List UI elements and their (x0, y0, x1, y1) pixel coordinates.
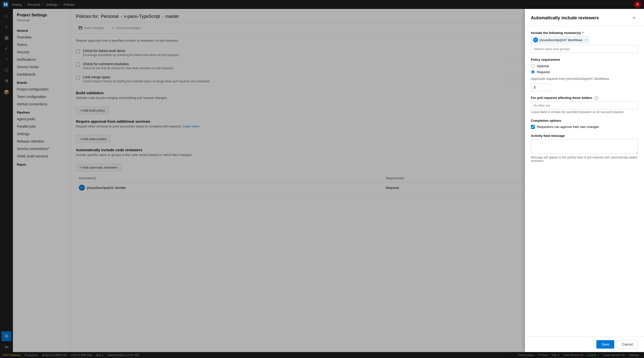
required-label: Required (537, 70, 550, 74)
reviewer-tag-remove[interactable]: × (585, 38, 587, 42)
completion-options-group: Completion options Requestors can approv… (531, 119, 638, 129)
folder-info-icon[interactable]: i (594, 96, 598, 100)
reviewer-tag: VC [AzureDevOps]\VC Workflows × (531, 36, 589, 44)
search-container (531, 45, 638, 53)
policy-requirement-group: Policy requirement Optional Required App… (531, 58, 638, 91)
optional-radio[interactable] (531, 64, 535, 68)
activity-feed-textarea[interactable] (531, 139, 638, 154)
approvals-input[interactable] (531, 83, 551, 91)
folder-label: For pull requests affecting these folder… (531, 96, 638, 100)
modal-header: Automatically include reviewers × (525, 9, 644, 26)
modal-footer: Save Cancel (525, 337, 644, 352)
reviewer-tag-text: [AzureDevOps]\VC Workflows (540, 38, 582, 42)
approvals-label: Approvals required from [AzureDevOps]\VC… (531, 77, 638, 81)
activity-feed-label: Activity feed message (531, 134, 638, 138)
cancel-button[interactable]: Cancel (617, 340, 638, 349)
modal-title: Automatically include reviewers (531, 15, 599, 20)
required-radio[interactable] (531, 70, 535, 74)
completion-options-label: Completion options (531, 119, 638, 122)
modal-body: Include the following reviewer(s) * VC [… (525, 26, 644, 337)
required-marker: * (582, 31, 584, 35)
radio-group: Optional Required (531, 64, 638, 74)
modal: Automatically include reviewers × Includ… (525, 9, 644, 352)
requestors-label: Requestors can approve their own changes (537, 125, 599, 129)
activity-feed-group: Activity feed message Message will appea… (531, 134, 638, 163)
activity-hint: Message will appear in the activity feed… (531, 156, 638, 163)
reviewer-label-text: Include the following reviewer(s) * (531, 31, 638, 35)
policy-requirement-label: Policy requirement (531, 58, 638, 61)
save-button[interactable]: Save (596, 340, 614, 349)
folder-group: For pull requests affecting these folder… (531, 96, 638, 114)
optional-label: Optional (537, 64, 549, 68)
modal-close-button[interactable]: × (630, 14, 638, 22)
approvals-container: Approvals required from [AzureDevOps]\VC… (531, 77, 638, 91)
reviewer-group: Include the following reviewer(s) * VC [… (531, 31, 638, 53)
radio-required[interactable]: Required (531, 70, 638, 74)
reviewer-tag-icon: VC (533, 37, 538, 42)
requestors-checkbox-item[interactable]: Requestors can approve their own changes (531, 125, 638, 129)
folder-hint: Leave blank to include the specified rev… (531, 110, 638, 114)
radio-optional[interactable]: Optional (531, 64, 638, 68)
folder-input[interactable] (531, 102, 638, 109)
search-input[interactable] (531, 45, 638, 53)
requestors-checkbox[interactable] (531, 125, 535, 129)
